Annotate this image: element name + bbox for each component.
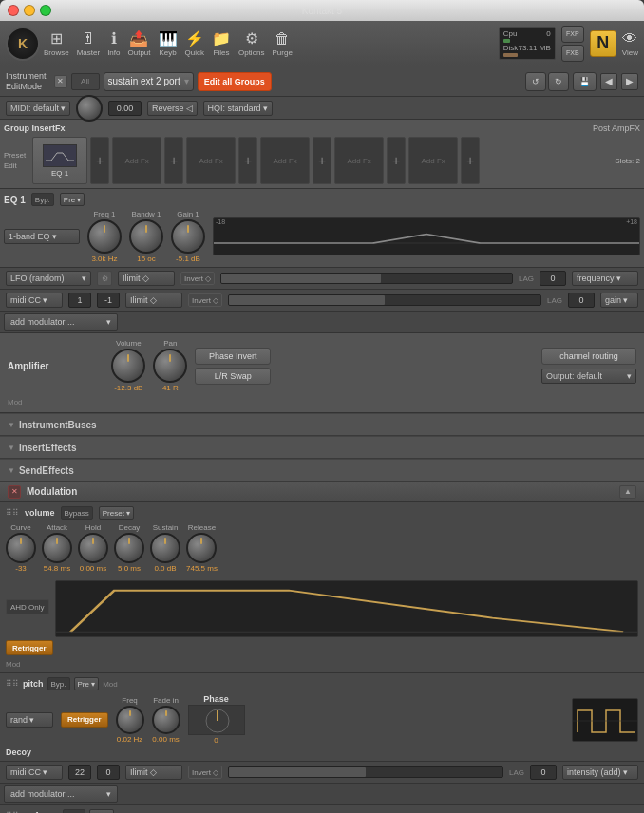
prev-button[interactable]: ◀	[600, 73, 617, 90]
minimize-button[interactable]	[24, 5, 35, 16]
purge-button[interactable]: 🗑 Purge	[273, 30, 293, 57]
midi-cc-value2-field[interactable]: -1	[97, 293, 120, 308]
decay-knob[interactable]: Decay 5.0 ms	[114, 523, 144, 573]
lfo-target-dropdown[interactable]: frequency ▾	[572, 271, 638, 286]
add-fx-btn-5[interactable]: +	[387, 137, 406, 184]
channel-routing-button[interactable]: channel routing	[541, 348, 636, 365]
volume-knob[interactable]: Volume -12.3 dB	[111, 339, 145, 392]
view-button[interactable]: 👁 View	[622, 30, 638, 57]
eq1-type-dropdown[interactable]: 1-band EQ ▾	[4, 229, 80, 244]
insert-effects-header[interactable]: ▼ InsertEffects	[0, 437, 644, 458]
master-button[interactable]: 🎚 Master	[77, 30, 100, 57]
browse-button[interactable]: ⊞ Browse	[44, 29, 69, 57]
info-button[interactable]: ℹ Info	[107, 29, 120, 57]
pitch-bypass-btn[interactable]: Byp.	[47, 677, 70, 690]
midi-cc-slider[interactable]	[228, 294, 541, 306]
pitch-invert-btn[interactable]: Invert ◇	[188, 766, 222, 779]
volume-retrigger-btn[interactable]: Retrigger	[6, 640, 53, 655]
pitch-lag-field[interactable]: 0	[530, 765, 557, 780]
pitch-limit-dropdown[interactable]: Ilimit ◇	[125, 765, 182, 780]
modulation-close-button[interactable]: ✕	[8, 485, 21, 499]
output-button[interactable]: 📤 Output	[127, 29, 150, 57]
volume-env-label: volume	[25, 508, 55, 518]
redo-button[interactable]: ↻	[548, 72, 569, 91]
lfo-settings-icon[interactable]: ⚙	[97, 271, 112, 286]
pitch-midi-type-dropdown[interactable]: midi CC ▾	[6, 765, 63, 780]
pan-knob[interactable]: Pan 41 R	[153, 339, 187, 392]
eq1-slot[interactable]: EQ 1	[32, 137, 87, 184]
lfo-lag-field[interactable]: 0	[540, 271, 566, 286]
midi-cc-invert-btn[interactable]: Invert ◇	[188, 293, 222, 307]
pitch-retrigger-btn[interactable]: Retrigger	[61, 712, 108, 728]
hqi-dropdown[interactable]: HQI: standard ▾	[203, 101, 273, 116]
pitch-freq-knob[interactable]: Freq 0.02 Hz	[116, 696, 144, 744]
pitch-preset-dropdown[interactable]: Pre ▾	[74, 677, 100, 690]
eq-freq1-preset-dropdown[interactable]: Pre ▾	[89, 809, 115, 813]
hold-knob[interactable]: Hold 0.00 ms	[78, 523, 108, 573]
freq1-knob[interactable]: Freq 1 3.0k Hz	[87, 210, 122, 263]
pitch-target-dropdown[interactable]: intensity (add) ▾	[562, 765, 638, 780]
main-knob[interactable]	[76, 95, 103, 122]
close-button[interactable]	[8, 5, 19, 16]
eq-add-modulator-dropdown[interactable]: add modulator ... ▾	[4, 313, 118, 331]
pitch-slider[interactable]	[228, 766, 503, 778]
save-button[interactable]: 💾	[573, 72, 597, 91]
instrument-buses-header[interactable]: ▼ InstrumentBuses	[0, 414, 644, 435]
lfo-slider[interactable]	[220, 273, 513, 284]
volume-preset-dropdown[interactable]: Preset ▾	[99, 506, 134, 520]
pitch-midi-value1[interactable]: 22	[68, 765, 91, 780]
add-fx-btn-1[interactable]: +	[90, 137, 109, 184]
midi-cc-type-dropdown[interactable]: midi CC ▾	[6, 293, 63, 308]
eq1-preset-btn[interactable]: Pre ▾	[60, 193, 85, 206]
pitch-type-dropdown[interactable]: rand ▾	[6, 712, 53, 728]
release-knob[interactable]: Release 745.5 ms	[186, 523, 218, 573]
modulation-collapse-button[interactable]: ▲	[619, 485, 636, 499]
add-fx-btn-2[interactable]: +	[164, 137, 183, 184]
info-icon: ℹ	[111, 29, 117, 47]
phase-knob-area[interactable]	[188, 705, 245, 735]
instrument-close-button[interactable]: ✕	[54, 75, 67, 88]
midi-default-dropdown[interactable]: MIDI: default ▾	[6, 101, 70, 116]
midi-cc-value1-field[interactable]: 1	[68, 293, 91, 308]
options-button[interactable]: ⚙ Options	[238, 29, 265, 57]
maximize-button[interactable]	[40, 5, 51, 16]
add-fx-btn-6[interactable]: +	[461, 137, 480, 184]
sustain-knob[interactable]: Sustain 0.0 dB	[150, 523, 180, 573]
edit-all-button[interactable]: Edit all Groups	[198, 72, 272, 91]
volume-bypass-btn[interactable]: Bypass	[61, 506, 93, 520]
pitch-add-modulator-dropdown[interactable]: add modulator ... ▾	[4, 785, 118, 803]
quick-button[interactable]: ⚡ Quick	[185, 29, 204, 57]
midi-button[interactable]: All	[71, 73, 100, 90]
send-effects-header[interactable]: ▼ SendEffects	[0, 460, 644, 481]
curve-knob[interactable]: Curve -33	[6, 523, 36, 573]
lfo-invert-btn[interactable]: Invert ◇	[180, 272, 215, 285]
lfo-limit-dropdown[interactable]: Ilimit ◇	[118, 271, 175, 286]
midi-cc-lag-field[interactable]: 0	[568, 293, 595, 308]
next-button[interactable]: ▶	[621, 73, 638, 90]
gain1-knob[interactable]: Gain 1 -5.1 dB	[171, 210, 205, 263]
pitch-fadein-knob[interactable]: Fade in 0.00 ms	[152, 696, 180, 744]
undo-button[interactable]: ↺	[525, 72, 546, 91]
reverse-button[interactable]: Reverse ◁	[147, 101, 198, 116]
midi-cc-target-dropdown[interactable]: gain ▾	[600, 293, 638, 308]
eq-freq1-bypass-btn[interactable]: Byp.	[63, 809, 85, 813]
phase-invert-button[interactable]: Phase Invert	[195, 348, 271, 365]
output-dropdown[interactable]: Output: default ▾	[541, 369, 636, 384]
eq1-bypass-btn[interactable]: Byp.	[31, 193, 54, 206]
bandw1-knob[interactable]: Bandw 1 15 oc	[129, 210, 163, 263]
volume-drag-icon[interactable]: ⠿⠿	[6, 508, 19, 518]
fxb-button[interactable]: FXB	[561, 45, 584, 62]
add-fx-btn-3[interactable]: +	[238, 137, 257, 184]
fxp-button[interactable]: FXP	[561, 26, 584, 43]
add-fx-btn-4[interactable]: +	[313, 137, 331, 184]
port-selector[interactable]: sustain ext 2 port ▾	[104, 72, 194, 91]
pitch-midi-value2[interactable]: 0	[97, 765, 120, 780]
files-button[interactable]: 📁 Files	[212, 29, 231, 57]
pitch-drag-icon[interactable]: ⠿⠿	[6, 679, 19, 689]
keyb-button[interactable]: 🎹 Keyb	[159, 29, 178, 57]
empty-fx-slot-2: Add Fx	[186, 137, 236, 184]
midi-cc-limit-dropdown[interactable]: Ilimit ◇	[125, 293, 182, 308]
lfo-type-dropdown[interactable]: LFO (random) ▾	[6, 271, 91, 286]
lr-swap-button[interactable]: L/R Swap	[195, 368, 271, 385]
attack-knob[interactable]: Attack 54.8 ms	[42, 523, 72, 573]
